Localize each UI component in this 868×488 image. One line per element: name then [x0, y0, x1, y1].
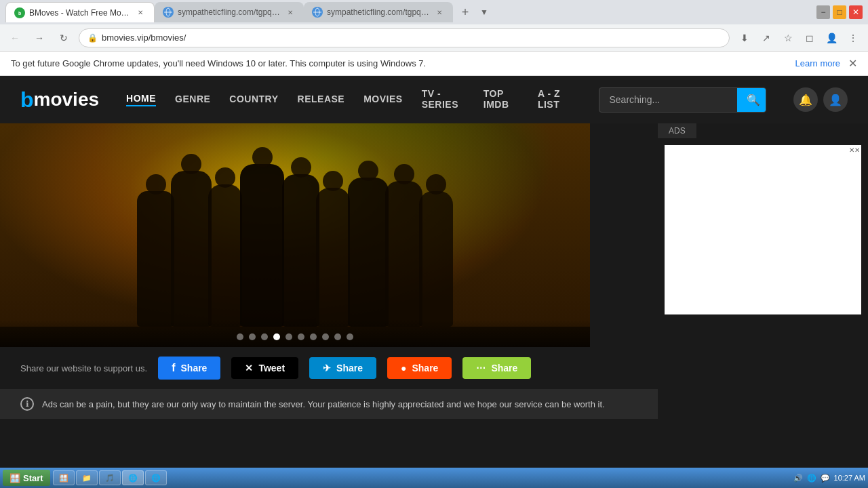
back-button[interactable]: ←	[5, 28, 24, 47]
dot-4[interactable]	[273, 333, 280, 340]
nav-release[interactable]: RELEASE	[298, 94, 345, 106]
extensions-icon[interactable]: ⬇	[735, 28, 754, 47]
bookmark-icon[interactable]: ☆	[778, 28, 797, 47]
taskbar-icon-5: 🌐	[151, 474, 161, 483]
taskbar-item-2[interactable]: 📁	[76, 470, 98, 485]
window-controls: − □ ✕	[816, 5, 863, 19]
tab-title-3: sympatheticfling.com/tgpqmx7j04?h...	[327, 7, 430, 17]
notification-bell-icon[interactable]: 🔔	[793, 87, 818, 112]
taskbar-items: 🪟 📁 🎵 🌐 🌐	[53, 470, 791, 485]
new-tab-button[interactable]: +	[456, 3, 475, 22]
search-input[interactable]	[599, 89, 737, 110]
forward-button[interactable]: →	[30, 28, 49, 47]
start-label: Start	[23, 473, 43, 483]
ads-close-button[interactable]: ✕✕	[849, 146, 860, 154]
tab-bmovies[interactable]: b BMoves - Watch Free Movies and T... ✕	[5, 2, 155, 22]
ads-label: ADS	[658, 123, 696, 138]
reddit-share-button[interactable]: ● Share	[387, 357, 452, 379]
carousel-dots	[0, 327, 590, 347]
close-button[interactable]: ✕	[849, 5, 863, 19]
taskbar-item-4[interactable]: 🌐	[122, 470, 144, 485]
nav-country[interactable]: COUNTRY	[229, 94, 278, 106]
tab-close-1[interactable]: ✕	[135, 7, 146, 18]
taskbar-icon-3: 🎵	[105, 474, 115, 483]
person-4	[240, 164, 284, 327]
url-text: bmovies.vip/bmovies/	[102, 33, 186, 43]
refresh-button[interactable]: ↻	[54, 28, 73, 47]
start-button[interactable]: 🪟 Start	[3, 470, 50, 486]
svg-text:b: b	[18, 11, 21, 16]
tab-sympathetic-1[interactable]: sympatheticfling.com/tgpqmx7j04?h... ✕	[155, 2, 304, 22]
browser-chrome: b BMoves - Watch Free Movies and T... ✕ …	[0, 0, 868, 76]
taskbar-item-1[interactable]: 🪟	[53, 470, 75, 485]
dot-8[interactable]	[322, 333, 329, 340]
person-8	[385, 181, 422, 327]
tab-favicon-bmovies: b	[14, 7, 25, 18]
dot-6[interactable]	[298, 333, 304, 340]
share-page-icon[interactable]: ↗	[757, 28, 776, 47]
taskbar-icon-2: 📁	[82, 474, 92, 483]
windows-icon: 🪟	[9, 473, 20, 483]
twitter-share-button[interactable]: ✕ Tweet	[231, 357, 298, 379]
taskbar-icon-1: 🪟	[59, 474, 68, 483]
notice-bar: ℹ Ads can be a pain, but they are our on…	[0, 389, 658, 419]
person-1	[137, 191, 174, 327]
maximize-button[interactable]: □	[833, 5, 846, 19]
telegram-share-label: Share	[336, 363, 363, 373]
tab-bar: b BMoves - Watch Free Movies and T... ✕ …	[0, 0, 868, 24]
network-icon: 🌐	[807, 474, 816, 483]
dot-10[interactable]	[347, 333, 353, 340]
nav-genre[interactable]: GENRE	[175, 94, 210, 106]
message-icon: 💬	[821, 474, 830, 483]
user-profile-icon[interactable]: 👤	[823, 87, 848, 112]
dot-3[interactable]	[261, 333, 268, 340]
tab-sympathetic-2[interactable]: sympatheticfling.com/tgpqmx7j04?h... ✕	[304, 2, 453, 22]
taskbar: 🪟 Start 🪟 📁 🎵 🌐 🌐 🔊 🌐 💬 10:27 AM	[0, 468, 868, 488]
person-2	[171, 171, 212, 327]
reddit-icon: ●	[401, 363, 406, 373]
dot-7[interactable]	[310, 333, 317, 340]
nav-az-list[interactable]: A - Z LIST	[538, 88, 572, 111]
menu-icon[interactable]: ⋮	[844, 28, 863, 47]
facebook-icon: f	[172, 362, 175, 374]
tab-favicon-2	[163, 7, 174, 18]
dot-1[interactable]	[237, 333, 243, 340]
tab-close-3[interactable]: ✕	[434, 7, 445, 18]
tab-overflow-button[interactable]: ▼	[480, 7, 488, 17]
search-box: 🔍	[599, 87, 766, 113]
hero-banner	[0, 123, 590, 347]
taskbar-icon-4: 🌐	[128, 474, 138, 483]
user-account-icon[interactable]: 👤	[822, 28, 841, 47]
hero-people	[0, 137, 590, 327]
dot-9[interactable]	[334, 333, 341, 340]
telegram-share-button[interactable]: ✈ Share	[309, 357, 376, 379]
person-5	[282, 174, 319, 327]
tab-close-2[interactable]: ✕	[285, 7, 296, 18]
search-button[interactable]: 🔍	[737, 88, 766, 112]
address-bar: ← → ↻ 🔒 bmovies.vip/bmovies/ ⬇ ↗ ☆ ◻ 👤 ⋮	[0, 24, 868, 52]
nav-top-imdb[interactable]: TOP IMDb	[484, 88, 519, 111]
site-logo[interactable]: bmovies	[20, 87, 99, 113]
nav-tv-series[interactable]: TV - SERIES	[422, 88, 465, 111]
notification-close-button[interactable]: ✕	[848, 57, 857, 70]
ads-section: ADS ✕✕	[658, 123, 868, 419]
facebook-share-button[interactable]: f Share	[158, 357, 220, 380]
sharethis-icon: ⋯	[476, 363, 486, 373]
learn-more-link[interactable]: Learn more	[795, 58, 840, 68]
sharethis-share-button[interactable]: ⋯ Share	[462, 357, 531, 379]
minimize-button[interactable]: −	[816, 5, 830, 19]
taskbar-item-5[interactable]: 🌐	[145, 470, 167, 485]
volume-icon: 🔊	[793, 474, 803, 483]
telegram-icon: ✈	[323, 363, 331, 373]
dot-2[interactable]	[249, 333, 256, 340]
share-text: Share our website to support us.	[20, 363, 147, 373]
main-content: Share our website to support us. f Share…	[0, 123, 868, 419]
nav-home[interactable]: HOME	[126, 93, 156, 106]
taskbar-item-3[interactable]: 🎵	[99, 470, 121, 485]
taskbar-right: 🔊 🌐 💬 10:27 AM	[793, 474, 865, 483]
dot-5[interactable]	[285, 333, 292, 340]
nav-movies[interactable]: MOVIES	[363, 94, 402, 106]
url-bar[interactable]: 🔒 bmovies.vip/bmovies/	[79, 28, 730, 47]
profile-icon[interactable]: ◻	[800, 28, 819, 47]
logo-b: b	[20, 87, 34, 113]
